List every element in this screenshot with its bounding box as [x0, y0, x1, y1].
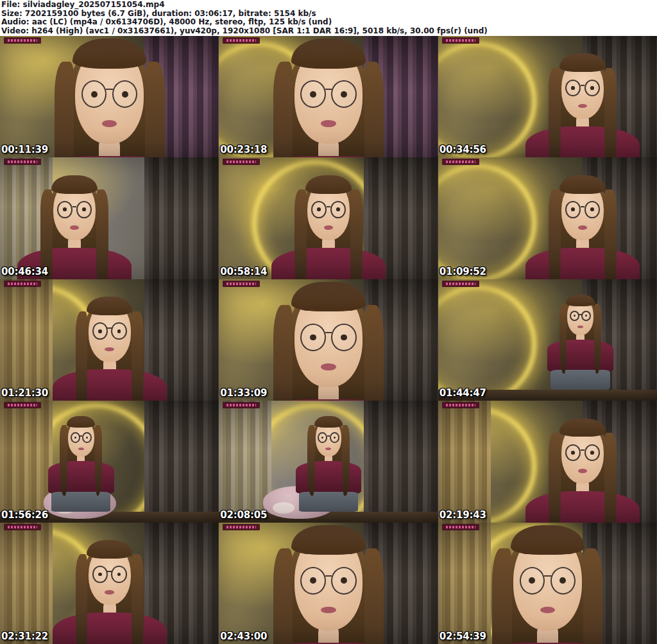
jeans	[51, 492, 110, 512]
maroon-shirt	[48, 461, 114, 493]
timestamp-overlay: 02:08:05	[220, 509, 267, 521]
video-thumbnail-frame: 00:23:18	[219, 36, 438, 157]
mouth	[102, 120, 117, 127]
curtain-right	[364, 401, 438, 522]
pink-logo-watermark-icon	[442, 159, 479, 165]
hair-strand-left	[273, 305, 293, 401]
face	[53, 179, 96, 241]
maroon-shirt	[547, 340, 613, 372]
face	[294, 44, 363, 144]
glasses-lens-right	[111, 566, 126, 583]
mouth	[105, 590, 114, 595]
hair-strand-right	[145, 62, 164, 157]
hair-strand-right	[583, 548, 602, 644]
timestamp-overlay: 02:19:43	[439, 509, 486, 521]
timestamp-overlay: 00:58:14	[220, 266, 267, 277]
round-glasses	[565, 201, 600, 218]
mouth	[321, 120, 336, 127]
face	[75, 44, 144, 144]
glasses-lens-right	[584, 444, 600, 462]
maroon-shirt	[296, 461, 362, 493]
pink-logo-watermark-icon	[4, 524, 41, 530]
hair-strand-left	[549, 189, 561, 279]
face	[68, 419, 94, 457]
glasses-lens-left	[565, 444, 581, 462]
mouth	[321, 363, 336, 370]
person	[473, 526, 622, 644]
maroon-shirt	[53, 613, 167, 644]
maroon-shirt	[525, 126, 640, 158]
person	[64, 297, 155, 401]
mouth	[577, 326, 583, 328]
glasses-lens-left	[520, 567, 545, 595]
glasses-lens-right	[584, 201, 600, 218]
glasses-lens-left	[565, 80, 581, 97]
face	[561, 422, 604, 483]
hair-strand-right	[350, 189, 363, 279]
maroon-shirt	[525, 491, 640, 523]
video-thumbnail-frame: 01:33:09	[219, 279, 438, 401]
glasses-lens-right	[331, 80, 356, 108]
glasses-lens-left	[71, 432, 80, 443]
video-thumbnail-frame: 00:46:34	[0, 157, 219, 279]
timestamp-overlay: 01:44:47	[439, 387, 486, 399]
mouth	[105, 347, 114, 352]
pink-logo-watermark-icon	[223, 281, 260, 287]
glasses-lens-right	[331, 567, 356, 595]
person	[552, 295, 609, 390]
pink-logo-watermark-icon	[223, 159, 260, 165]
hair-strand-left	[76, 554, 88, 643]
video-thumbnail-frame: 02:43:00	[219, 523, 438, 644]
video-thumbnail-frame: 02:19:43	[438, 401, 657, 522]
glasses-lens-left	[565, 201, 581, 218]
face	[513, 531, 582, 631]
face	[567, 297, 593, 335]
hair-strand-left	[76, 311, 88, 401]
person	[536, 176, 628, 279]
hair-strand-left	[273, 62, 293, 157]
hair-strand-left	[294, 189, 307, 279]
round-glasses	[57, 201, 92, 218]
person	[536, 54, 628, 157]
hair-strand-left	[273, 548, 293, 644]
timestamp-overlay: 00:23:18	[220, 144, 267, 155]
hair-strand-left	[307, 425, 315, 495]
pink-logo-watermark-icon	[442, 524, 479, 530]
hair-strand-left	[549, 433, 561, 522]
glasses-lens-right	[330, 432, 339, 443]
hair-strand-right	[364, 62, 384, 157]
pink-logo-watermark-icon	[223, 37, 260, 44]
pink-logo-watermark-icon	[223, 402, 260, 408]
person	[536, 419, 628, 523]
person	[300, 417, 357, 512]
glasses-lens-left	[92, 566, 108, 583]
hair-strand-left	[55, 62, 74, 157]
glasses-lens-right	[581, 311, 591, 322]
hair-strand-right	[96, 189, 108, 279]
pink-logo-watermark-icon	[442, 281, 479, 287]
curtain-left	[0, 279, 53, 401]
round-glasses	[311, 201, 346, 218]
person	[282, 176, 374, 279]
glasses-lens-left	[300, 80, 325, 108]
hair-strand-left	[559, 304, 567, 374]
video-thumbnail-frame: 01:21:30	[0, 279, 219, 401]
hair-strand-right	[604, 68, 617, 157]
timestamp-overlay: 01:33:09	[220, 387, 267, 399]
jeans	[299, 492, 358, 512]
hair-strand-right	[132, 554, 144, 643]
pink-logo-watermark-icon	[223, 524, 260, 530]
person	[64, 541, 155, 644]
glasses-lens-right	[584, 80, 600, 97]
person	[35, 40, 184, 158]
hair-strand-right	[604, 189, 617, 279]
glasses-lens-left	[318, 432, 327, 443]
pink-logo-watermark-icon	[4, 281, 41, 287]
mouth	[578, 469, 588, 473]
face	[316, 419, 342, 457]
mouth	[578, 225, 588, 230]
glasses-lens-left	[300, 567, 325, 595]
round-glasses	[300, 324, 357, 351]
mouth	[321, 607, 336, 614]
pink-logo-watermark-icon	[4, 402, 41, 408]
